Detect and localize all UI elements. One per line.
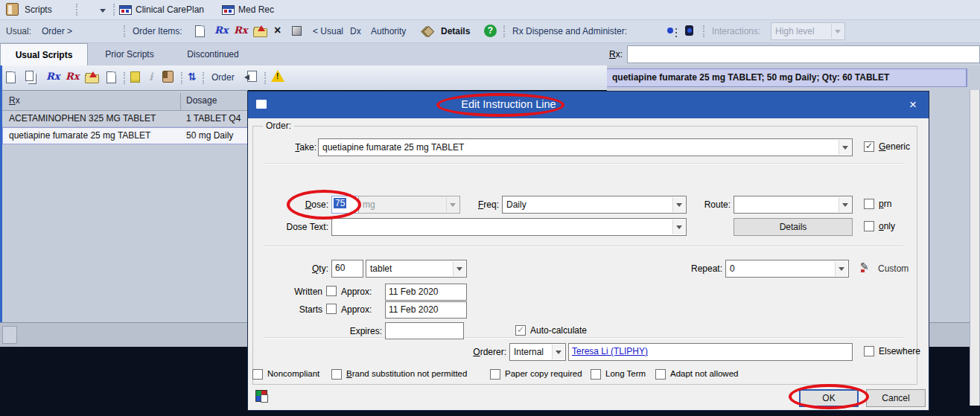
- qty-unit-select[interactable]: tablet: [366, 260, 467, 278]
- table-row[interactable]: ACETAMINOPHEN 325 MG TABLET 1 TABLET Q4: [2, 111, 248, 127]
- chevron-down-icon[interactable]: [552, 345, 564, 359]
- details-button[interactable]: Details: [734, 218, 853, 236]
- selected-rx-summary[interactable]: quetiapine fumarate 25 mg TABLET; 50 mg …: [607, 68, 966, 87]
- take-value: quetiapine fumarate 25 mg TABLET: [322, 142, 464, 153]
- prn-label[interactable]: prn: [879, 199, 891, 209]
- ok-button[interactable]: OK: [799, 389, 859, 407]
- chevron-down-icon[interactable]: [672, 197, 685, 212]
- cancel-button[interactable]: Cancel: [866, 389, 926, 407]
- table-row-selected[interactable]: quetiapine fumarate 25 mg TABLET 50 mg D…: [2, 127, 248, 144]
- import-folder-icon[interactable]: [85, 74, 99, 83]
- noncompliant-checkbox[interactable]: [252, 369, 263, 380]
- tab-usual-scripts[interactable]: Usual Scripts: [0, 43, 88, 65]
- generic-label[interactable]: Generic: [879, 141, 910, 152]
- elsewhere-label[interactable]: Elsewhere: [879, 346, 920, 356]
- generic-checkbox[interactable]: [864, 141, 874, 152]
- dose-input[interactable]: 75: [331, 196, 359, 214]
- take-select[interactable]: quetiapine fumarate 25 mg TABLET: [318, 138, 853, 156]
- long-term-label[interactable]: Long Term: [605, 369, 646, 378]
- paper-copy-checkbox[interactable]: [490, 369, 500, 380]
- vertical-scrollbar[interactable]: [970, 90, 980, 406]
- starts-checkbox[interactable]: [326, 304, 337, 314]
- orderer-link[interactable]: Teresa Li (TLIPHY): [572, 346, 648, 356]
- new-script-icon[interactable]: [6, 71, 16, 83]
- copy-to-icon[interactable]: [106, 71, 116, 83]
- copy-script-icon[interactable]: [25, 71, 34, 81]
- warning-icon[interactable]: [271, 70, 284, 82]
- prn-checkbox[interactable]: [864, 199, 874, 209]
- send-script-icon[interactable]: [247, 71, 257, 82]
- rx-red-icon[interactable]: Rx: [234, 25, 248, 36]
- tab-scripts[interactable]: Scripts: [25, 4, 52, 15]
- custom-icon[interactable]: ✎: [860, 260, 869, 272]
- written-date-field[interactable]: 11 Feb 2020: [385, 284, 467, 301]
- route-label: Route:: [695, 199, 731, 210]
- note-icon[interactable]: [130, 71, 140, 83]
- elsewhere-checkbox[interactable]: [864, 346, 874, 356]
- starts-date-field[interactable]: 11 Feb 2020: [385, 301, 467, 319]
- order-menu[interactable]: Order >: [42, 26, 72, 36]
- expires-field[interactable]: [385, 322, 464, 339]
- qty-input[interactable]: 60: [331, 260, 363, 278]
- tab-prior-scripts[interactable]: Prior Scripts: [88, 43, 171, 65]
- orderer-field[interactable]: Teresa Li (TLIPHY): [568, 343, 853, 361]
- written-checkbox[interactable]: [326, 286, 337, 296]
- adapt-not-allowed-label[interactable]: Adapt not allowed: [670, 369, 738, 378]
- repeat-value: 0: [730, 263, 735, 274]
- rx-red-icon[interactable]: Rx: [66, 71, 80, 83]
- chevron-down-icon[interactable]: [100, 9, 106, 13]
- only-checkbox[interactable]: [864, 221, 874, 231]
- scripts-icon: [6, 3, 19, 16]
- close-icon[interactable]: ×: [902, 95, 924, 115]
- scrollbar-thumb[interactable]: [2, 326, 17, 344]
- tab-med-rec[interactable]: Med Rec: [238, 4, 274, 15]
- administer-bottle-icon[interactable]: [685, 25, 693, 36]
- rx-search-input[interactable]: [627, 45, 980, 63]
- tab-clinical-careplan[interactable]: Clinical CarePlan: [136, 4, 204, 15]
- details-link[interactable]: Details: [441, 26, 470, 36]
- tab-discontinued[interactable]: Discontinued: [171, 43, 255, 65]
- brand-substitution-checkbox[interactable]: [331, 369, 342, 380]
- chevron-down-icon[interactable]: [839, 197, 851, 212]
- custom-label[interactable]: Custom: [878, 263, 909, 274]
- column-header-rx[interactable]: Rx: [9, 95, 20, 106]
- chevron-down-icon[interactable]: [835, 261, 847, 276]
- auto-calculate-label[interactable]: Auto-calculate: [530, 325, 587, 336]
- dialog-title-bar[interactable]: Edit Instruction Line ×: [248, 92, 929, 118]
- dose-text-select[interactable]: [331, 218, 687, 236]
- only-label[interactable]: only: [879, 221, 895, 231]
- package-icon[interactable]: [292, 26, 302, 36]
- paper-copy-label[interactable]: Paper copy required: [505, 369, 582, 378]
- column-divider: [966, 68, 967, 87]
- chevron-down-icon[interactable]: [453, 261, 465, 276]
- top-tab-bar: Scripts Clinical CarePlan Med Rec: [0, 0, 980, 20]
- new-order-icon[interactable]: [195, 25, 205, 37]
- chevron-down-icon[interactable]: [839, 140, 851, 155]
- column-header-dosage[interactable]: Dosage: [186, 95, 217, 106]
- patient-icon[interactable]: [162, 71, 174, 83]
- repeat-select[interactable]: 0: [725, 260, 849, 278]
- written-label: Written: [285, 287, 322, 297]
- brand-substitution-label[interactable]: Brand substitution not permitted: [346, 369, 467, 378]
- help-icon[interactable]: ?: [484, 25, 497, 37]
- rx-blue-icon[interactable]: Rx: [214, 25, 229, 36]
- orderer-type-select[interactable]: Internal: [509, 343, 566, 361]
- auto-calculate-checkbox[interactable]: [515, 325, 526, 336]
- import-folder-icon[interactable]: [253, 28, 267, 37]
- route-select[interactable]: [734, 196, 853, 214]
- dx-link[interactable]: Dx: [350, 26, 361, 36]
- refresh-icon[interactable]: ⇅: [188, 70, 197, 83]
- chevron-down-icon[interactable]: [672, 220, 685, 234]
- adapt-not-allowed-checkbox[interactable]: [655, 369, 666, 380]
- noncompliant-label[interactable]: Noncompliant: [267, 369, 319, 378]
- freq-select[interactable]: Daily: [502, 196, 687, 214]
- usual-link[interactable]: < Usual: [313, 26, 343, 36]
- info-icon: i: [149, 71, 153, 83]
- rx-blue-icon[interactable]: Rx: [46, 71, 60, 83]
- delete-icon[interactable]: ×: [274, 24, 281, 37]
- dispense-icon[interactable]: [667, 28, 673, 33]
- authority-link[interactable]: Authority: [371, 26, 406, 36]
- written-approx-label: Approx:: [341, 287, 372, 297]
- order-button[interactable]: Order: [211, 72, 235, 83]
- long-term-checkbox[interactable]: [591, 369, 601, 380]
